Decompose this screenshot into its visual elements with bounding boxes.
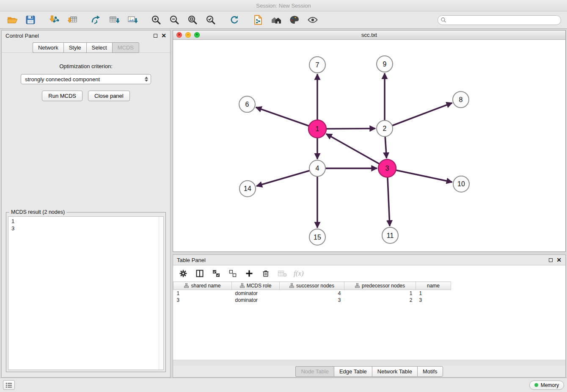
node-9[interactable]: 9 (377, 56, 393, 72)
zoom-in-icon (151, 14, 162, 25)
tab-edge-table[interactable]: Edge Table (334, 366, 372, 377)
zoom-out-button[interactable] (168, 14, 181, 26)
style-button[interactable] (288, 14, 301, 26)
table-row[interactable]: 3 dominator 3 2 3 (173, 297, 451, 304)
float-table-panel-button[interactable] (549, 258, 553, 262)
zoom-in-button[interactable] (150, 14, 162, 26)
eye-icon (307, 14, 318, 25)
table-panel-header: Table Panel ✕ (173, 255, 565, 265)
first-neighbors-button[interactable] (270, 14, 283, 26)
node-15[interactable]: 15 (309, 229, 325, 245)
show-columns-button[interactable] (195, 268, 205, 279)
edge-1-2[interactable] (326, 129, 375, 129)
houses-icon (271, 14, 282, 25)
edge-2-8[interactable] (392, 103, 452, 126)
node-3[interactable]: 3 (378, 160, 396, 177)
network-file-icon (253, 14, 264, 25)
table-toolbar: f(x) (173, 265, 565, 282)
tab-node-table[interactable]: Node Table (295, 366, 334, 377)
window-minimize-button[interactable]: − (185, 32, 191, 38)
edge-1-6[interactable] (256, 108, 309, 126)
refresh-button[interactable] (228, 14, 241, 26)
node-table: shared name MCDS role successor nodes (173, 282, 451, 304)
window-close-button[interactable]: ✕ (176, 32, 182, 38)
window-maximize-button[interactable]: + (194, 32, 200, 38)
right-column: scc.txt ✕ − + 7968124314101511 Table Pan… (173, 30, 566, 378)
result-scrollbar[interactable] (159, 217, 163, 370)
close-panel-action-button[interactable]: Close panel (88, 91, 130, 101)
node-4[interactable]: 4 (309, 160, 325, 177)
window-titlebar: Session: New Session (0, 0, 567, 11)
tab-select[interactable]: Select (86, 42, 112, 53)
node-11[interactable]: 11 (382, 227, 398, 243)
new-network-button[interactable] (90, 14, 102, 26)
edge-3-1[interactable] (326, 134, 380, 164)
table-row[interactable]: 1 dominator 4 1 1 (173, 290, 451, 297)
import-table-button[interactable] (66, 14, 79, 26)
column-header-predecessor-nodes[interactable]: predecessor nodes (344, 282, 416, 290)
select-all-icon (212, 269, 220, 278)
mcds-result-textarea[interactable]: 1 3 (8, 216, 164, 370)
memory-button[interactable]: Memory (529, 381, 564, 390)
import-network-button[interactable] (48, 14, 61, 26)
save-floppy-icon (25, 14, 36, 25)
tab-motifs[interactable]: Motifs (417, 366, 443, 377)
delete-row-button[interactable] (261, 268, 271, 279)
float-panel-button[interactable] (154, 34, 157, 38)
unselect-all-button[interactable] (228, 268, 238, 279)
run-mcds-button[interactable]: Run MCDS (42, 91, 83, 101)
show-hide-button[interactable] (306, 14, 319, 26)
new-table-button[interactable] (108, 14, 121, 26)
node-2[interactable]: 2 (377, 120, 393, 136)
result-line: 3 (11, 225, 160, 232)
node-8[interactable]: 8 (453, 91, 469, 108)
table-settings-button[interactable] (178, 268, 188, 279)
node-1[interactable]: 1 (308, 120, 326, 138)
node-10[interactable]: 10 (453, 176, 469, 192)
tab-network-table[interactable]: Network Table (372, 366, 417, 377)
svg-text:8: 8 (459, 96, 463, 103)
column-header-successor-nodes[interactable]: successor nodes (280, 282, 344, 290)
zoom-selected-button[interactable] (204, 14, 217, 26)
node-6[interactable]: 6 (239, 96, 255, 112)
save-session-button[interactable] (24, 14, 37, 26)
select-all-button[interactable] (211, 268, 221, 279)
mcds-result-title: MCDS result (2 nodes) (9, 209, 66, 215)
dropdown-stepper-icon (145, 77, 148, 82)
criterion-dropdown[interactable]: strongly connected component (21, 74, 151, 84)
export-image-button[interactable] (126, 14, 139, 26)
column-header-mcds-role[interactable]: MCDS role (232, 282, 280, 290)
node-14[interactable]: 14 (239, 181, 256, 197)
zoom-fit-icon (187, 14, 198, 25)
network-graph[interactable]: 7968124314101511 (173, 40, 565, 251)
network-window-titlebar: scc.txt ✕ − + (173, 30, 565, 40)
column-header-name[interactable]: name (416, 282, 451, 290)
edge-3-10[interactable] (396, 170, 452, 182)
column-type-icon (355, 283, 360, 288)
open-session-button[interactable] (6, 14, 19, 26)
task-list-icon (6, 382, 12, 388)
tab-style[interactable]: Style (63, 42, 86, 53)
tab-network[interactable]: Network (33, 42, 63, 53)
add-row-button[interactable] (244, 268, 254, 279)
search-input[interactable] (438, 15, 561, 25)
edge-4-14[interactable] (256, 171, 310, 186)
close-table-panel-button[interactable]: ✕ (556, 257, 561, 263)
view-tools-group (252, 14, 319, 26)
zoom-fit-button[interactable] (186, 14, 199, 26)
function-builder-button: f(x) (294, 268, 304, 279)
column-header-shared-name[interactable]: shared name (173, 282, 232, 290)
edge-3-11[interactable] (388, 177, 390, 226)
tab-mcds[interactable]: MCDS (112, 42, 139, 53)
task-history-button[interactable] (3, 380, 15, 390)
edge-2-3[interactable] (385, 136, 386, 158)
node-7[interactable]: 7 (309, 57, 325, 73)
table-scrollbar-strip[interactable] (173, 360, 565, 366)
memory-label: Memory (541, 382, 559, 388)
zoom-selected-icon (205, 14, 216, 25)
main-area: Control Panel ✕ Network Style Select MCD… (0, 29, 567, 378)
network-canvas[interactable]: 7968124314101511 (173, 40, 565, 251)
close-panel-button[interactable]: ✕ (161, 33, 166, 39)
optimization-criterion-label: Optimization criterion: (59, 63, 113, 69)
network-file-button[interactable] (252, 14, 264, 26)
